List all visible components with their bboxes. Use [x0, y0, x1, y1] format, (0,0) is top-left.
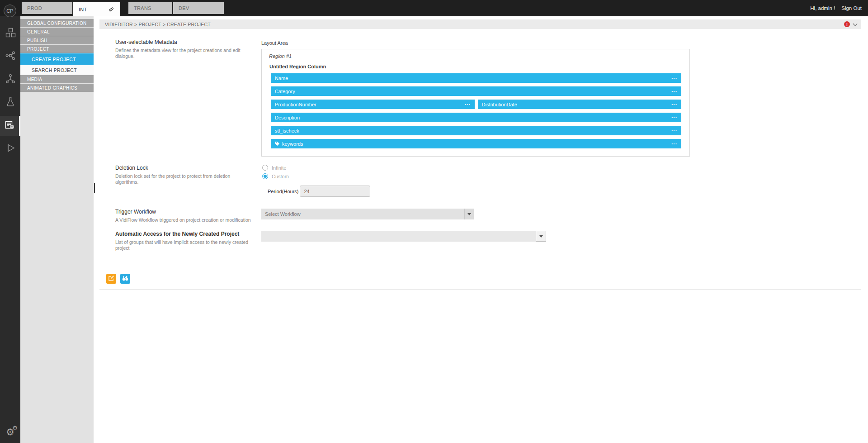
- field-production-number[interactable]: ProductionNumber ...: [271, 100, 475, 109]
- layout-area-box: Region #1 Untitled Region Column Name ..…: [261, 49, 690, 157]
- deletion-lock-title: Deletion Lock: [115, 165, 252, 171]
- deletion-lock-label-col: Deletion Lock Deletion lock set for the …: [115, 165, 261, 185]
- rail-item-player[interactable]: [0, 139, 20, 159]
- field-stl-ischeck[interactable]: stl_ischeck ...: [271, 126, 681, 135]
- trigger-workflow-control-col: Select Workflow: [261, 209, 861, 219]
- metadata-title: User-selectable Metadata: [115, 39, 252, 45]
- field-more-button[interactable]: ...: [671, 116, 677, 119]
- rail-item-test[interactable]: [0, 93, 20, 113]
- panel-gear-icon: [4, 119, 15, 132]
- avatar[interactable]: CP: [4, 5, 16, 17]
- field-more-button[interactable]: ...: [671, 77, 677, 80]
- radio-dot: [264, 175, 267, 178]
- trigger-workflow-dropdown-value: Select Workflow: [265, 211, 301, 217]
- field-more-button[interactable]: ...: [464, 103, 470, 106]
- sidebar-item-create-project[interactable]: CREATE PROJECT: [20, 53, 94, 65]
- trigger-workflow-title: Trigger Workflow: [115, 209, 252, 215]
- icon-rail: ⚙ ⚙: [0, 16, 20, 443]
- edit-button[interactable]: [106, 274, 116, 284]
- field-row: keywords ...: [271, 139, 681, 148]
- auto-access-label-col: Automatic Access for the Newly Created P…: [115, 231, 261, 251]
- field-label: Description: [275, 115, 300, 120]
- section-trigger-workflow: Trigger Workflow A VidiFlow Workflow tri…: [115, 209, 861, 223]
- field-row: Description ...: [271, 113, 681, 122]
- breadcrumb-path: VIDIEDITOR > PROJECT > CREATE PROJECT: [105, 22, 211, 27]
- form-actions: [106, 274, 861, 284]
- chevron-down-icon: [539, 235, 543, 238]
- main-content: VIDIEDITOR > PROJECT > CREATE PROJECT ! …: [94, 16, 868, 443]
- sidebar-item-animated-graphics[interactable]: ANIMATED GRAPHICS: [20, 84, 94, 92]
- preview-button[interactable]: [120, 274, 130, 284]
- sidebar-item-search-project[interactable]: SEARCH PROJECT: [20, 65, 94, 75]
- tab-prod-label: PROD: [27, 5, 42, 11]
- metadata-control-col: Layout Area Region #1 Untitled Region Co…: [261, 39, 861, 157]
- layout-area-label: Layout Area: [261, 40, 861, 46]
- cubes-icon: [5, 27, 16, 40]
- deletion-lock-control-col: Infinite Custom Period(Hours): [261, 165, 861, 197]
- topbar-user-area: Hi, admin ! Sign Out: [810, 0, 868, 16]
- field-name[interactable]: Name ...: [271, 73, 681, 83]
- field-row: stl_ischeck ...: [271, 126, 681, 135]
- auto-access-control-col: [261, 231, 861, 242]
- dropdown-arrow-box[interactable]: [536, 231, 546, 242]
- panel-resize-handle[interactable]: [94, 183, 95, 193]
- field-more-button[interactable]: ...: [671, 103, 677, 106]
- region-column-title: Untitled Region Column: [269, 64, 681, 69]
- radio-infinite[interactable]: [262, 165, 268, 171]
- gear-small-icon: ⚙: [12, 425, 18, 431]
- sidebar-item-global-configuration[interactable]: GLOBAL CONFIGURATION: [20, 19, 94, 27]
- metadata-label-col: User-selectable Metadata Defines the met…: [115, 39, 261, 59]
- field-keywords[interactable]: keywords ...: [271, 139, 681, 148]
- create-project-form: User-selectable Metadata Defines the met…: [99, 29, 861, 290]
- auto-access-dropdown[interactable]: [261, 231, 546, 242]
- field-label: keywords: [282, 141, 303, 147]
- field-label: ProductionNumber: [275, 102, 316, 107]
- config-sidebar: GLOBAL CONFIGURATION GENERAL PUBLISH PRO…: [20, 16, 94, 443]
- field-row: ProductionNumber ... DistributionDate ..…: [271, 100, 681, 109]
- field-label: Category: [275, 89, 295, 94]
- trigger-workflow-label-col: Trigger Workflow A VidiFlow Workflow tri…: [115, 209, 261, 223]
- field-more-button[interactable]: ...: [671, 90, 677, 93]
- radio-custom[interactable]: [262, 173, 268, 179]
- tab-trans[interactable]: TRANS: [128, 2, 172, 14]
- section-user-selectable-metadata: User-selectable Metadata Defines the met…: [115, 39, 861, 157]
- tab-int-label: INT: [79, 7, 87, 12]
- deletion-lock-description: Deletion lock set for the project to pro…: [115, 173, 252, 185]
- field-category[interactable]: Category ...: [271, 86, 681, 96]
- rail-item-workflow[interactable]: [0, 47, 20, 67]
- tab-dev[interactable]: DEV: [173, 2, 224, 14]
- field-row: Name ...: [271, 73, 681, 83]
- radio-row-infinite: Infinite: [262, 165, 861, 171]
- sign-out-link[interactable]: Sign Out: [841, 5, 862, 11]
- field-distribution-date[interactable]: DistributionDate ...: [478, 100, 682, 109]
- rail-item-configuration[interactable]: [0, 116, 20, 136]
- chevron-down-icon: [467, 213, 471, 215]
- section-deletion-lock: Deletion Lock Deletion lock set for the …: [115, 165, 861, 197]
- sidebar-item-publish[interactable]: PUBLISH: [20, 36, 94, 44]
- tab-trans-label: TRANS: [134, 5, 151, 11]
- sidebar-item-general[interactable]: GENERAL: [20, 28, 94, 36]
- error-icon[interactable]: !: [844, 21, 850, 27]
- field-label: DistributionDate: [482, 102, 517, 107]
- field-more-button[interactable]: ...: [671, 129, 677, 132]
- tab-prod[interactable]: PROD: [22, 2, 72, 14]
- rail-item-settings[interactable]: ⚙ ⚙: [0, 424, 20, 439]
- dropdown-arrow-box[interactable]: [464, 209, 474, 219]
- top-bar: CP PROD INT TRANS DEV Hi, admin ! Sign O…: [0, 0, 868, 16]
- radio-infinite-label: Infinite: [272, 165, 286, 171]
- tag-icon: [275, 141, 280, 146]
- rail-item-modules[interactable]: [0, 24, 20, 43]
- breadcrumb-actions: !: [844, 21, 857, 27]
- rail-item-connections[interactable]: [0, 70, 20, 90]
- chevron-down-icon[interactable]: [853, 21, 858, 26]
- sidebar-item-media[interactable]: MEDIA: [20, 75, 94, 83]
- sidebar-item-project[interactable]: PROJECT: [20, 45, 94, 53]
- field-label: Name: [275, 76, 288, 81]
- field-more-button[interactable]: ...: [671, 143, 677, 145]
- period-hours-input[interactable]: [300, 186, 370, 197]
- field-label: stl_ischeck: [275, 128, 299, 133]
- trigger-workflow-dropdown[interactable]: Select Workflow: [261, 209, 474, 219]
- metadata-description: Defines the metadata view for the projec…: [115, 48, 252, 59]
- field-description[interactable]: Description ...: [271, 113, 681, 122]
- tab-int[interactable]: INT: [73, 2, 120, 16]
